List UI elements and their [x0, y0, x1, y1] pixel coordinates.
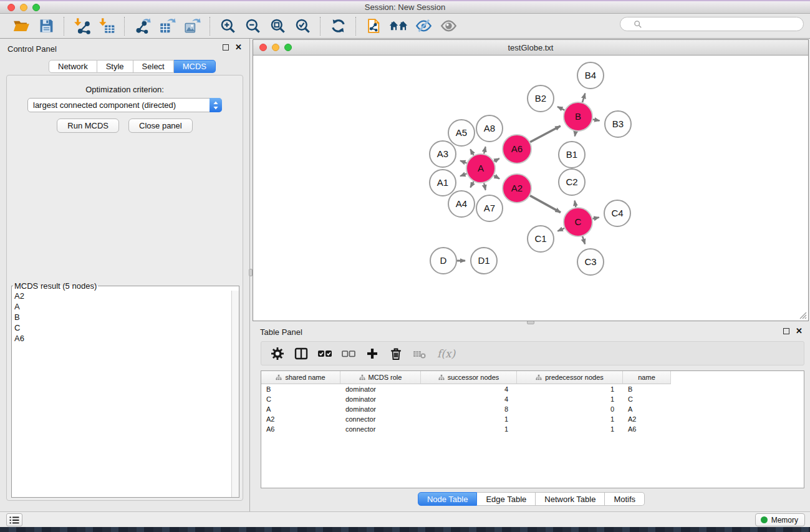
column-header-predecessor-nodes[interactable]: predecessor nodes: [517, 371, 623, 384]
edge-A-A1[interactable]: [460, 173, 466, 176]
result-item[interactable]: B: [12, 312, 231, 322]
hide-eye-icon[interactable]: [414, 17, 433, 36]
tab-network-table[interactable]: Network Table: [536, 492, 605, 506]
table-row[interactable]: A2connector11A2: [261, 414, 804, 424]
add-column-icon[interactable]: [364, 345, 381, 362]
task-history-button[interactable]: [6, 513, 22, 526]
float-table-panel-icon[interactable]: [783, 328, 789, 334]
edge-A-A3[interactable]: [460, 161, 466, 163]
zoom-selected-icon[interactable]: [293, 17, 312, 36]
edge-A-A4[interactable]: [470, 181, 473, 188]
node-C3[interactable]: C3: [577, 249, 604, 275]
tab-motifs[interactable]: Motifs: [605, 492, 645, 506]
column-layout-icon[interactable]: [292, 345, 310, 362]
node-C1[interactable]: C1: [528, 226, 554, 252]
edge-C-C2[interactable]: [575, 201, 576, 208]
edge-A-A5[interactable]: [470, 149, 473, 155]
node-D1[interactable]: D1: [471, 248, 497, 274]
table-row[interactable]: A6connector11A6: [261, 424, 804, 434]
open-folder-icon[interactable]: [12, 17, 31, 36]
node-A2[interactable]: A2: [503, 174, 531, 203]
export-table-icon[interactable]: [158, 17, 176, 36]
node-A3[interactable]: A3: [430, 141, 456, 167]
zoom-fit-icon[interactable]: [268, 17, 287, 36]
node-C2[interactable]: C2: [559, 169, 585, 195]
minimize-window-icon[interactable]: [20, 4, 27, 11]
zoom-out-icon[interactable]: [243, 17, 262, 36]
export-image-icon[interactable]: [183, 17, 201, 36]
memory-button[interactable]: Memory: [755, 513, 805, 526]
node-D[interactable]: D: [430, 248, 456, 274]
select-all-icon[interactable]: [316, 345, 334, 362]
run-mcds-button[interactable]: Run MCDS: [57, 118, 119, 133]
edge-A-A2[interactable]: [494, 176, 499, 179]
node-A4[interactable]: A4: [448, 191, 475, 217]
node-A1[interactable]: A1: [430, 170, 456, 196]
result-item[interactable]: A: [12, 301, 231, 312]
edge-B-B2[interactable]: [557, 107, 564, 110]
edge-A-A7[interactable]: [484, 183, 485, 190]
refresh-icon[interactable]: [329, 17, 347, 36]
edge-B-B4[interactable]: [582, 94, 585, 102]
result-scrollbar[interactable]: [231, 291, 239, 497]
tab-mcds[interactable]: MCDS: [174, 60, 216, 73]
node-B2[interactable]: B2: [528, 85, 554, 112]
tab-node-table[interactable]: Node Table: [418, 492, 478, 506]
resize-grip-icon[interactable]: [798, 311, 807, 319]
search-input[interactable]: [653, 19, 803, 30]
settings-gear-icon[interactable]: [269, 345, 286, 362]
close-panel-button[interactable]: Close panel: [128, 118, 193, 133]
node-C4[interactable]: C4: [604, 200, 630, 226]
home-icon[interactable]: [389, 17, 408, 36]
mcds-result-list[interactable]: A2ABCA6: [12, 291, 231, 497]
save-session-icon[interactable]: [37, 17, 55, 36]
table-row[interactable]: Bdominator41B: [261, 384, 804, 394]
import-network-icon[interactable]: [72, 17, 91, 36]
show-eye-icon[interactable]: [439, 17, 458, 36]
node-B3[interactable]: B3: [605, 111, 631, 137]
edge-C-C4[interactable]: [592, 218, 599, 219]
table-row[interactable]: Cdominator41C: [261, 394, 804, 404]
node-C[interactable]: C: [564, 208, 592, 236]
table-row[interactable]: Adominator80A: [261, 404, 804, 414]
tab-network[interactable]: Network: [49, 60, 97, 73]
tab-select[interactable]: Select: [133, 60, 174, 73]
network-close-icon[interactable]: [259, 44, 267, 51]
edge-C-C1[interactable]: [557, 228, 564, 231]
close-window-icon[interactable]: [7, 4, 15, 11]
tab-style[interactable]: Style: [97, 60, 133, 73]
result-item[interactable]: C: [12, 322, 231, 333]
network-canvas[interactable]: B4B2BB3A5A8A6A3AB1A1A2C2A4A7C4CC1DD1C3: [253, 56, 808, 321]
edge-A-A6[interactable]: [494, 158, 499, 162]
edge-B-B3[interactable]: [593, 119, 600, 120]
node-A5[interactable]: A5: [448, 120, 475, 146]
edge-A6-B[interactable]: [530, 126, 561, 142]
search-box[interactable]: [620, 17, 804, 31]
import-table-icon[interactable]: [97, 17, 116, 36]
column-header-successor-nodes[interactable]: successor nodes: [421, 371, 517, 384]
column-header-name[interactable]: name: [623, 371, 671, 384]
open-session-doc-icon[interactable]: [364, 17, 383, 36]
optimization-criterion-dropdown[interactable]: largest connected component (directed): [27, 98, 222, 112]
node-B4[interactable]: B4: [577, 62, 604, 89]
edge-B-B1[interactable]: [575, 132, 576, 137]
deselect-all-icon[interactable]: [340, 345, 357, 362]
column-header-MCDS-role[interactable]: MCDS role: [340, 371, 421, 384]
column-header-shared-name[interactable]: shared name: [261, 371, 340, 384]
close-table-panel-icon[interactable]: ✕: [796, 328, 803, 334]
node-A[interactable]: A: [466, 154, 495, 183]
result-item[interactable]: A2: [12, 291, 231, 301]
node-A8[interactable]: A8: [476, 115, 503, 142]
close-panel-icon[interactable]: ✕: [235, 44, 242, 51]
node-A7[interactable]: A7: [476, 195, 503, 221]
node-A6[interactable]: A6: [503, 135, 531, 163]
edge-A-A8[interactable]: [484, 147, 485, 153]
float-panel-icon[interactable]: [223, 44, 229, 51]
edge-C-C3[interactable]: [582, 236, 585, 244]
edge-A2-C[interactable]: [530, 196, 561, 213]
network-window-titlebar[interactable]: testGlobe.txt: [253, 40, 808, 56]
node-B[interactable]: B: [564, 102, 592, 131]
delete-column-icon[interactable]: [387, 345, 405, 362]
zoom-in-icon[interactable]: [218, 17, 237, 36]
export-network-icon[interactable]: [133, 17, 152, 36]
